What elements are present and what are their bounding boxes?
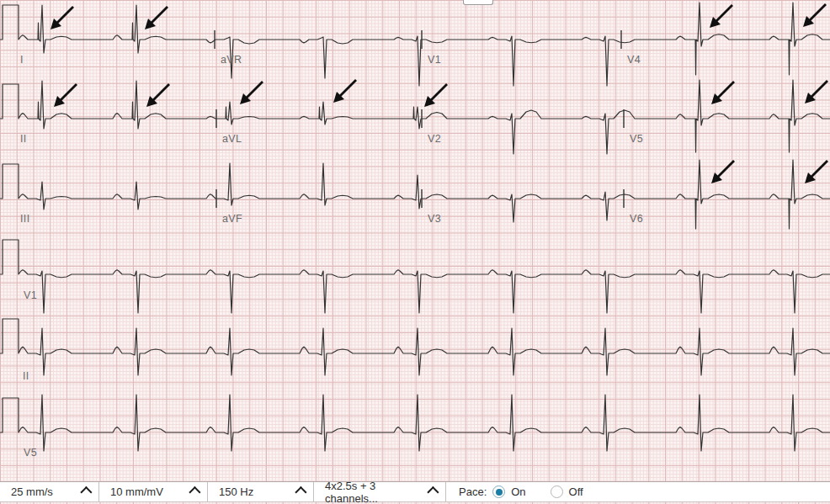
paper-speed-value: 25 mm/s <box>11 485 53 498</box>
ecg-trace-row-limb-1 <box>0 3 830 86</box>
annotation-arrow <box>711 161 734 183</box>
bottom-toolbar: 25 mm/s 10 mm/mV 150 Hz 4x2.5s + 3 chann… <box>0 481 830 502</box>
pace-on-radio[interactable] <box>492 485 505 498</box>
lead-label-V5: V5 <box>630 133 643 145</box>
pace-off-radio[interactable] <box>551 485 563 498</box>
chevron-up-icon[interactable] <box>80 485 92 497</box>
annotation-arrow <box>145 7 168 29</box>
lead-label-aVL: aVL <box>222 133 242 145</box>
ecg-paper-grid: IaVRV1V4IIaVLV2V5IIIaVFV3V6V1IIV5 <box>0 0 830 504</box>
annotation-arrow <box>711 82 734 104</box>
ecg-review-screen: IaVRV1V4IIaVLV2V5IIIaVFV3V6V1IIV5 25 mm/… <box>0 0 830 504</box>
lead-label-aVF: aVF <box>222 213 242 225</box>
lead-label-V6: V6 <box>630 213 643 225</box>
chevron-up-icon[interactable] <box>295 485 306 497</box>
annotation-arrow <box>51 7 73 29</box>
gain-value: 10 mm/mV <box>110 485 163 498</box>
annotation-arrow <box>146 84 169 107</box>
lead-label-V1: V1 <box>428 54 441 66</box>
annotation-arrow <box>710 5 732 28</box>
ecg-trace-row-rhythm-v5 <box>0 395 830 451</box>
gain-selector[interactable]: 10 mm/mV <box>99 482 208 501</box>
lead-label-II: II <box>23 370 29 382</box>
annotation-arrow <box>805 81 827 103</box>
top-panel-handle[interactable] <box>463 0 493 5</box>
pace-off-label: Off <box>569 485 583 498</box>
layout-selector[interactable]: 4x2.5s + 3 channels... <box>314 482 446 501</box>
lead-label-II: II <box>20 133 27 145</box>
lead-label-V3: V3 <box>428 213 441 225</box>
lead-label-V1: V1 <box>24 289 37 301</box>
pace-control: Pace: On Off <box>446 482 583 501</box>
filter-value: 150 Hz <box>219 485 253 498</box>
pace-on-label: On <box>511 485 525 498</box>
ecg-trace-row-limb-2 <box>0 80 830 154</box>
annotation-arrow <box>240 82 263 104</box>
annotation-arrow <box>54 84 77 107</box>
lead-label-V5: V5 <box>24 447 37 459</box>
filter-selector[interactable]: 150 Hz <box>208 482 314 501</box>
annotation-arrow <box>805 161 827 183</box>
lead-label-V2: V2 <box>428 133 441 145</box>
annotation-arrow <box>333 80 356 103</box>
lead-label-I: I <box>20 54 24 66</box>
chevron-up-icon[interactable] <box>189 485 200 497</box>
ecg-trace-row-rhythm-ii <box>0 319 830 375</box>
ecg-trace-row-rhythm-v1 <box>0 240 830 313</box>
ecg-trace-row-limb-3 <box>0 160 830 229</box>
chevron-up-icon[interactable] <box>427 485 439 497</box>
paper-speed-selector[interactable]: 25 mm/s <box>0 482 99 501</box>
annotation-arrow <box>803 4 826 27</box>
lead-label-aVR: aVR <box>221 54 242 66</box>
lead-label-V4: V4 <box>627 54 641 66</box>
layout-value: 4x2.5s + 3 channels... <box>325 480 421 504</box>
radio-dot <box>496 489 503 496</box>
lead-label-III: III <box>20 213 30 225</box>
pace-label: Pace: <box>459 485 487 498</box>
annotation-arrow <box>424 84 447 107</box>
ecg-waveform-canvas <box>0 0 830 481</box>
